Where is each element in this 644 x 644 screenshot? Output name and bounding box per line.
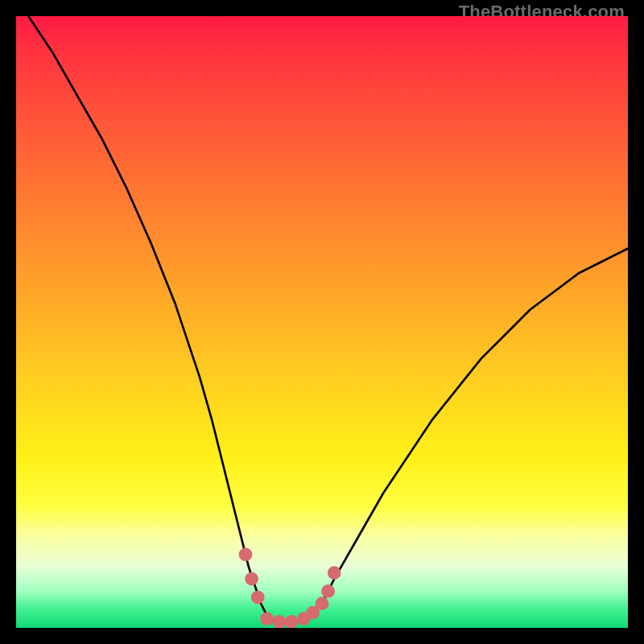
highlight-dot — [260, 612, 274, 625]
highlight-dot — [321, 584, 335, 598]
chart-svg — [16, 16, 628, 628]
highlight-dot — [285, 615, 299, 628]
bottleneck-curve — [28, 16, 628, 621]
highlight-dot — [328, 566, 341, 580]
highlight-dot — [251, 591, 265, 605]
plot-area — [16, 16, 628, 628]
highlight-dot — [272, 615, 286, 628]
highlight-dots — [239, 547, 341, 628]
highlight-dot — [239, 547, 253, 561]
chart-frame: TheBottleneck.com — [0, 0, 644, 644]
highlight-dot — [316, 597, 329, 610]
highlight-dot — [245, 572, 258, 586]
